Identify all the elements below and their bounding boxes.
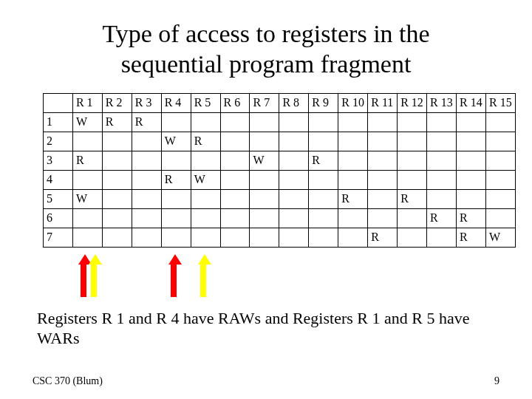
- cell: [485, 170, 515, 189]
- table-row: 1 W R R: [44, 112, 516, 132]
- cell: [102, 132, 132, 151]
- cell: R: [368, 228, 398, 247]
- col-header: R 8: [279, 93, 309, 112]
- cell: [220, 208, 250, 228]
- cell: [279, 151, 309, 170]
- register-access-table: R 1 R 2 R 3 R 4 R 5 R 6 R 7 R 8 R 9 R 10…: [43, 93, 516, 248]
- cell: [102, 151, 132, 170]
- cell: [279, 228, 309, 247]
- cell: [398, 228, 427, 247]
- cell: R: [457, 228, 486, 247]
- cell: [338, 208, 368, 228]
- cell: [427, 151, 457, 170]
- cell: [102, 189, 132, 208]
- cell: [309, 189, 338, 208]
- cell: [309, 208, 338, 228]
- cell: [220, 112, 250, 132]
- cell: [132, 208, 161, 228]
- cell: [220, 228, 250, 247]
- cell: [102, 228, 132, 247]
- cell: [485, 189, 515, 208]
- col-header: R 9: [309, 93, 338, 112]
- slide: Type of access to registers in the seque…: [0, 0, 532, 399]
- cell: W: [161, 132, 191, 151]
- cell: [279, 208, 309, 228]
- cell: [161, 228, 191, 247]
- cell: [457, 112, 486, 132]
- cell: [368, 112, 398, 132]
- cell: [220, 189, 250, 208]
- footer-page-number: 9: [494, 375, 499, 387]
- cell: [309, 170, 338, 189]
- cell: [132, 170, 161, 189]
- cell: [398, 132, 427, 151]
- cell: [72, 228, 102, 247]
- cell: [309, 228, 338, 247]
- cell: R: [161, 170, 191, 189]
- cell: R: [398, 189, 427, 208]
- col-header: R 6: [220, 93, 250, 112]
- row-label: 6: [44, 208, 73, 228]
- cell: [191, 208, 220, 228]
- row-label: 7: [44, 228, 73, 247]
- cell: [191, 151, 220, 170]
- cell: [72, 132, 102, 151]
- slide-title: Type of access to registers in the seque…: [30, 19, 502, 80]
- col-header: R 3: [132, 93, 161, 112]
- cell: R: [427, 208, 457, 228]
- cell: [338, 132, 368, 151]
- cell: [279, 112, 309, 132]
- cell: [250, 170, 279, 189]
- cell: [457, 132, 486, 151]
- col-header: R 5: [191, 93, 220, 112]
- col-header: R 1: [72, 93, 102, 112]
- cell: [427, 112, 457, 132]
- cell: [250, 228, 279, 247]
- cell: [220, 151, 250, 170]
- cell: [309, 132, 338, 151]
- cell: [338, 228, 368, 247]
- cell: R: [309, 151, 338, 170]
- table-row: 2 W R: [44, 132, 516, 151]
- cell: [161, 189, 191, 208]
- row-label: 3: [44, 151, 73, 170]
- cell: [132, 151, 161, 170]
- cell: [102, 170, 132, 189]
- cell: [485, 151, 515, 170]
- cell: [427, 228, 457, 247]
- header-blank: [44, 93, 73, 112]
- cell: [427, 170, 457, 189]
- cell: [132, 189, 161, 208]
- cell: [338, 170, 368, 189]
- cell: R: [132, 112, 161, 132]
- table-row: 5 W R R: [44, 189, 516, 208]
- cell: [485, 208, 515, 228]
- cell: [398, 170, 427, 189]
- col-header: R 4: [161, 93, 191, 112]
- cell: [279, 170, 309, 189]
- cell: [191, 228, 220, 247]
- title-line-1: Type of access to registers in the: [102, 20, 429, 47]
- title-line-2: sequential program fragment: [121, 50, 412, 78]
- cell: [457, 189, 486, 208]
- cell: [191, 189, 220, 208]
- row-label: 1: [44, 112, 73, 132]
- col-header: R 11: [368, 93, 398, 112]
- cell: [398, 208, 427, 228]
- cell: [161, 151, 191, 170]
- cell: [368, 132, 398, 151]
- col-header: R 12: [398, 93, 427, 112]
- cell: [191, 112, 220, 132]
- cell: R: [72, 151, 102, 170]
- cell: [338, 151, 368, 170]
- cell: [102, 208, 132, 228]
- cell: [220, 132, 250, 151]
- cell: [72, 170, 102, 189]
- col-header: R 15: [485, 93, 515, 112]
- cell: [368, 208, 398, 228]
- cell: [309, 112, 338, 132]
- col-header: R 2: [102, 93, 132, 112]
- footer-course: CSC 370 (Blum): [33, 375, 103, 387]
- cell: [485, 112, 515, 132]
- cell: [368, 170, 398, 189]
